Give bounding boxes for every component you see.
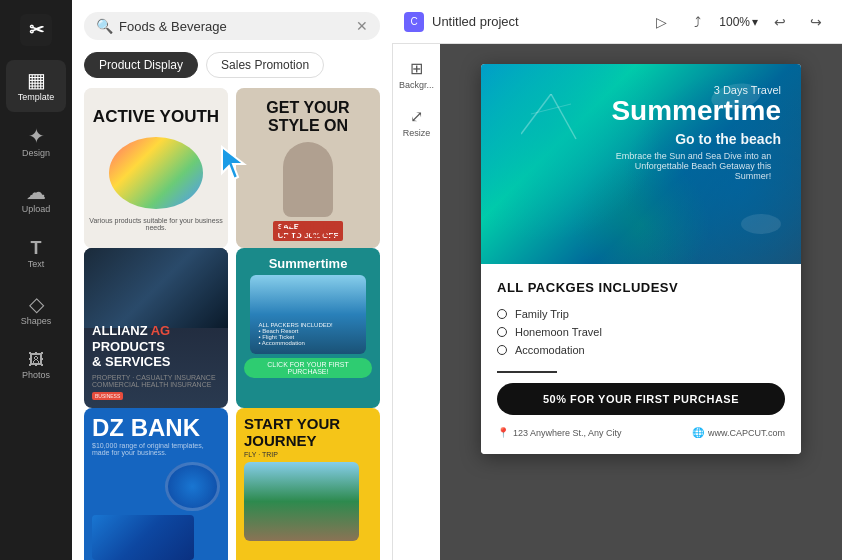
sidebar-item-design-label: Design: [22, 148, 50, 158]
package-item-2: Honemoon Travel: [497, 323, 785, 341]
summertime-title: Summertime: [269, 256, 348, 271]
divider: [497, 371, 557, 373]
design-icon: ✦: [28, 126, 45, 146]
background-tool-label: Backgr...: [399, 80, 434, 90]
dzbank-image: [92, 515, 194, 560]
project-title: Untitled project: [432, 14, 639, 29]
promo-button[interactable]: 50% FOR YOUR FIRST PURCHASE: [497, 383, 785, 415]
footer-address: 📍 123 Anywhere St., Any City: [497, 427, 622, 438]
package-item-1: Family Trip: [497, 305, 785, 323]
template-card-active-youth[interactable]: ACTIVE YOUTH Various products suitable f…: [84, 88, 228, 248]
allianz-bg-image: [84, 248, 228, 328]
zoom-level: 100%: [719, 15, 750, 29]
active-youth-title: ACTIVE YOUTH: [87, 101, 225, 133]
redo-button[interactable]: ↪: [802, 8, 830, 36]
sidebar-item-photos[interactable]: 🖼 Photos: [6, 340, 66, 392]
hero-text-overlay: 3 Days Travel Summertime Go to the beach…: [611, 84, 781, 181]
text-icon: T: [31, 239, 42, 257]
template-card-allianz[interactable]: ALLIANZ AGPRODUCTS& SERVICES PROPERTY · …: [84, 248, 228, 408]
background-tool[interactable]: ⊞ Backgr...: [397, 52, 437, 96]
background-icon: ⊞: [410, 59, 423, 78]
allianz-content: ALLIANZ AGPRODUCTS& SERVICES PROPERTY · …: [92, 323, 216, 400]
canvas-content: ⊞ Backgr... ⤢ Resize: [392, 44, 842, 560]
template-card-dzbank[interactable]: DZ BANK $10,000 range of original templa…: [84, 408, 228, 560]
search-bar: 🔍 ✕: [84, 12, 380, 40]
allianz-desc: PROPERTY · CASUALTY INSURANCECOMMERCIAL …: [92, 374, 216, 388]
sidebar-item-template-label: Template: [18, 92, 55, 102]
template-card-style-on[interactable]: GET YOUR STYLE ON SALEUP TO 50% OFF SALE: [236, 88, 380, 248]
package-bullet-1: [497, 309, 507, 319]
package-item-3: Accomodation: [497, 341, 785, 359]
journey-title: START YOUR JOURNEY: [244, 416, 372, 449]
app-logo: ✂: [18, 12, 54, 48]
summertime-image: ALL PACKERS INCLUDED!• Beach Resort• Fli…: [250, 275, 365, 354]
photos-icon: 🖼: [28, 352, 44, 368]
search-icon: 🔍: [96, 18, 113, 34]
template-card-summertime[interactable]: Summertime ALL PACKERS INCLUDED!• Beach …: [236, 248, 380, 408]
sidebar-item-design[interactable]: ✦ Design: [6, 116, 66, 168]
canvas-document: 3 Days Travel Summertime Go to the beach…: [481, 64, 801, 454]
right-tools-panel: ⊞ Backgr... ⤢ Resize: [392, 44, 440, 560]
canvas-area: C Untitled project ▷ ⤴ 100% ▾ ↩ ↪ ⊞ Back…: [392, 0, 842, 560]
template-icon: ▦: [27, 70, 46, 90]
packages-title: ALL PACKGES INCLUDESV: [497, 280, 785, 295]
sidebar-item-text[interactable]: T Text: [6, 228, 66, 280]
sidebar-item-text-label: Text: [28, 259, 45, 269]
sidebar-item-shapes-label: Shapes: [21, 316, 52, 326]
share-button[interactable]: ⤴: [683, 8, 711, 36]
card-body: ALL PACKGES INCLUDESV Family Trip Honemo…: [481, 264, 801, 454]
clear-search-button[interactable]: ✕: [356, 18, 368, 34]
templates-grid: ACTIVE YOUTH Various products suitable f…: [72, 88, 392, 560]
active-youth-desc: Various products suitable for your busin…: [84, 213, 228, 235]
summertime-cta: CLICK FOR YOUR FIRST PURCHASE!: [244, 358, 372, 378]
sail-decoration: [521, 94, 581, 148]
resize-icon: ⤢: [410, 107, 423, 126]
canvas-topbar: C Untitled project ▷ ⤴ 100% ▾ ↩ ↪: [392, 0, 842, 44]
svg-line-5: [531, 104, 571, 114]
undo-button[interactable]: ↩: [766, 8, 794, 36]
allianz-tags: BUSINESS: [92, 392, 216, 400]
allianz-title: ALLIANZ AGPRODUCTS& SERVICES: [92, 323, 216, 370]
sidebar-item-upload[interactable]: ☁ Upload: [6, 172, 66, 224]
boat-shape-2: [741, 214, 781, 234]
journey-image: [244, 462, 359, 541]
style-on-sale-text: SALE: [279, 219, 336, 242]
package-label-2: Honemoon Travel: [515, 326, 602, 338]
sidebar-item-upload-label: Upload: [22, 204, 51, 214]
package-label-1: Family Trip: [515, 308, 569, 320]
sidebar-item-photos-label: Photos: [22, 370, 50, 380]
dzbank-desc: $10,000 range of original templates, mad…: [92, 442, 220, 456]
sidebar: ✂ ▦ Template ✦ Design ☁ Upload T Text ◇ …: [0, 0, 72, 560]
resize-tool-label: Resize: [403, 128, 431, 138]
zoom-chevron: ▾: [752, 15, 758, 29]
project-favicon: C: [404, 12, 424, 32]
package-bullet-3: [497, 345, 507, 355]
filter-tabs: Product Display Sales Promotion: [72, 52, 392, 88]
play-button[interactable]: ▷: [647, 8, 675, 36]
hero-subtitle: Go to the beach: [611, 131, 781, 147]
footer-website-text: www.CAPCUT.com: [708, 428, 785, 438]
svg-line-3: [521, 94, 551, 134]
sidebar-item-shapes[interactable]: ◇ Shapes: [6, 284, 66, 336]
hero-main-title: Summertime: [611, 96, 781, 127]
card-footer: 📍 123 Anywhere St., Any City 🌐 www.CAPCU…: [497, 427, 785, 438]
resize-tool[interactable]: ⤢ Resize: [397, 100, 437, 144]
svg-text:✂: ✂: [29, 20, 45, 40]
zoom-control[interactable]: 100% ▾: [719, 15, 758, 29]
location-icon: 📍: [497, 427, 509, 438]
canvas-viewport: 3 Days Travel Summertime Go to the beach…: [440, 44, 842, 560]
template-card-start-journey[interactable]: START YOUR JOURNEY FLY · TRIP: [236, 408, 380, 560]
active-youth-image: [109, 137, 203, 209]
upload-icon: ☁: [26, 182, 46, 202]
hero-section: 3 Days Travel Summertime Go to the beach…: [481, 64, 801, 264]
filter-product-display[interactable]: Product Display: [84, 52, 198, 78]
style-on-person: [283, 142, 333, 217]
sidebar-item-template[interactable]: ▦ Template: [6, 60, 66, 112]
shapes-icon: ◇: [29, 294, 44, 314]
globe-icon: 🌐: [692, 427, 704, 438]
dzbank-title: DZ BANK: [92, 416, 200, 440]
filter-sales-promotion[interactable]: Sales Promotion: [206, 52, 324, 78]
search-input[interactable]: [119, 19, 350, 34]
footer-address-text: 123 Anywhere St., Any City: [513, 428, 622, 438]
topbar-actions: ▷ ⤴ 100% ▾ ↩ ↪: [647, 8, 830, 36]
